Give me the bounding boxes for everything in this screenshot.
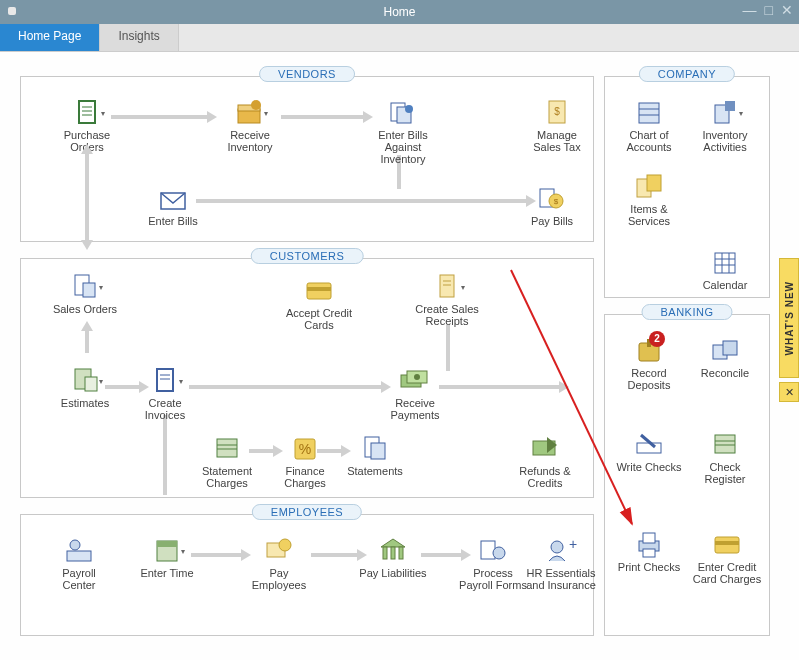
tax-icon: $	[541, 99, 573, 127]
reconcile[interactable]: Reconcile	[691, 337, 759, 379]
create-sales-receipts[interactable]: ▾ Create Sales Receipts	[413, 273, 481, 327]
manage-sales-tax[interactable]: $ Manage Sales Tax	[523, 99, 591, 153]
label: HR Essentials and Insurance	[526, 567, 596, 591]
forms-icon	[477, 537, 509, 565]
svg-text:$: $	[554, 197, 559, 206]
credit-card-charge-icon	[711, 531, 743, 559]
statements[interactable]: Statements	[341, 435, 409, 477]
chart-icon	[633, 99, 665, 127]
pay-employees-icon	[263, 537, 295, 565]
arrow	[163, 415, 167, 495]
record-deposits[interactable]: 2 Record Deposits	[615, 337, 683, 391]
tab-home-page[interactable]: Home Page	[0, 24, 100, 51]
vendors-title: VENDORS	[259, 66, 355, 82]
label: Enter Credit Card Charges	[691, 561, 763, 585]
write-checks[interactable]: Write Checks	[615, 431, 683, 473]
label: Pay Bills	[518, 215, 586, 227]
pay-employees[interactable]: Pay Employees	[245, 537, 313, 591]
arrow	[281, 115, 363, 119]
arrow	[439, 385, 559, 389]
money-icon	[399, 367, 431, 395]
deposit-icon: 2	[633, 337, 665, 365]
svg-marker-45	[381, 539, 405, 547]
register-icon	[211, 435, 243, 463]
process-payroll-forms[interactable]: Process Payroll Forms	[459, 537, 527, 591]
enter-bills[interactable]: Enter Bills	[139, 185, 207, 227]
label: Reconcile	[691, 367, 759, 379]
sales-orders[interactable]: ▾ Sales Orders	[51, 273, 119, 315]
create-invoices[interactable]: ▾ Create Invoices	[131, 367, 199, 421]
items-icon	[633, 173, 665, 201]
hr-essentials[interactable]: + HR Essentials and Insurance	[526, 537, 596, 591]
calendar[interactable]: Calendar	[691, 249, 759, 291]
enter-bills-against-inventory[interactable]: Enter Bills Against Inventory	[369, 99, 437, 165]
svg-point-39	[70, 540, 80, 550]
svg-rect-49	[481, 541, 495, 559]
label: Statements	[341, 465, 409, 477]
svg-point-6	[251, 100, 261, 110]
svg-rect-68	[723, 341, 737, 355]
svg-rect-59	[647, 175, 661, 191]
invoice-icon: ▾	[149, 367, 181, 395]
label: Manage Sales Tax	[523, 129, 591, 153]
maximize-button[interactable]: □	[765, 2, 773, 18]
svg-rect-76	[643, 549, 655, 557]
label: Receive Payments	[381, 397, 449, 421]
enter-time[interactable]: ▾ Enter Time	[133, 537, 201, 579]
receive-inventory[interactable]: ▾ Receive Inventory	[216, 99, 284, 153]
arrow	[85, 152, 89, 242]
whats-new-close[interactable]: ✕	[779, 382, 799, 402]
svg-point-30	[414, 374, 420, 380]
pay-bills[interactable]: $ Pay Bills	[518, 185, 586, 227]
svg-rect-42	[157, 541, 177, 547]
sales-orders-icon: ▾	[69, 273, 101, 301]
window-title: Home	[383, 5, 415, 19]
label: Print Checks	[615, 561, 683, 573]
estimates[interactable]: ▾ Estimates	[51, 367, 119, 409]
title-dot	[8, 7, 16, 15]
accept-credit-cards[interactable]: Accept Credit Cards	[285, 277, 353, 331]
svg-rect-57	[725, 101, 735, 111]
reconcile-icon	[709, 337, 741, 365]
items-services[interactable]: Items & Services	[615, 173, 683, 227]
label: Inventory Activities	[691, 129, 759, 153]
label: Pay Liabilities	[359, 567, 427, 579]
chart-of-accounts[interactable]: Chart of Accounts	[615, 99, 683, 153]
statement-charges[interactable]: Statement Charges	[193, 435, 261, 489]
svg-rect-78	[715, 541, 739, 545]
whats-new-label: WHAT'S NEW	[784, 281, 795, 355]
print-checks[interactable]: Print Checks	[615, 531, 683, 573]
svg-rect-75	[643, 533, 655, 543]
label: Write Checks	[615, 461, 683, 473]
check-register[interactable]: Check Register	[691, 431, 759, 485]
minimize-button[interactable]: —	[743, 2, 757, 18]
box-icon: ▾	[234, 99, 266, 127]
label: Receive Inventory	[216, 129, 284, 153]
arrow	[421, 553, 461, 557]
person-desk-icon	[63, 537, 95, 565]
label: Process Payroll Forms	[459, 567, 527, 591]
refunds-credits[interactable]: Refunds & Credits	[511, 435, 579, 489]
finance-charges[interactable]: % Finance Charges	[271, 435, 339, 489]
arrow	[446, 325, 450, 371]
tab-insights[interactable]: Insights	[100, 24, 178, 51]
arrowhead	[81, 240, 93, 250]
receive-payments[interactable]: Receive Payments	[381, 367, 449, 421]
calendar-grid-icon	[709, 249, 741, 277]
label: Statement Charges	[193, 465, 261, 489]
svg-point-44	[279, 539, 291, 551]
inventory-activities[interactable]: ▾ Inventory Activities	[691, 99, 759, 153]
pay-liabilities[interactable]: Pay Liabilities	[359, 537, 427, 579]
label: Pay Employees	[245, 567, 313, 591]
window-controls: — □ ✕	[743, 2, 793, 18]
arrow	[111, 115, 207, 119]
whats-new-tab[interactable]: WHAT'S NEW	[779, 258, 799, 378]
enter-credit-card-charges[interactable]: Enter Credit Card Charges	[691, 531, 763, 585]
close-button[interactable]: ✕	[781, 2, 793, 18]
svg-rect-19	[307, 287, 331, 291]
percent-icon: %	[289, 435, 321, 463]
calculator-icon: ▾	[69, 367, 101, 395]
document-icon: ▾	[71, 99, 103, 127]
payroll-center[interactable]: Payroll Center	[45, 537, 113, 591]
svg-text:$: $	[554, 106, 560, 117]
